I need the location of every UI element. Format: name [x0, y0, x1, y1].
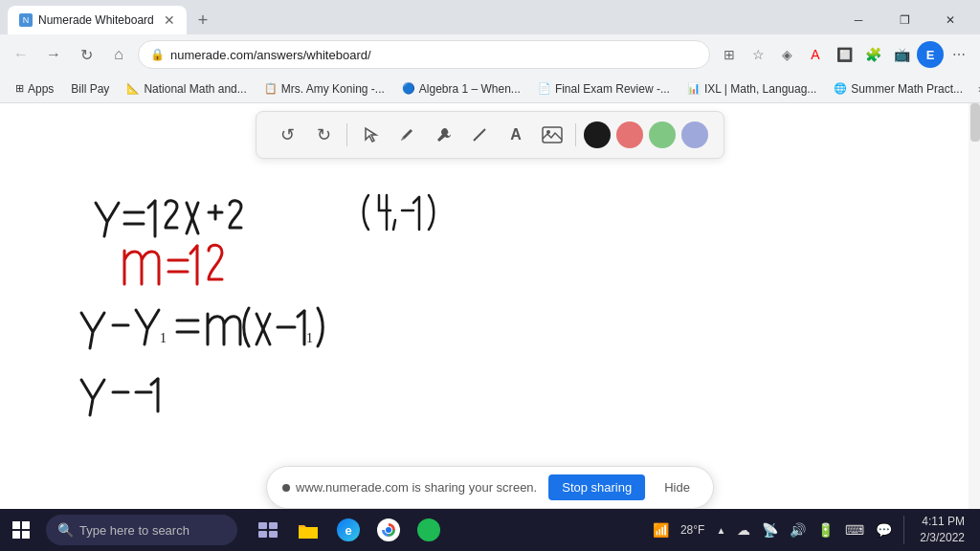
final-exam-icon: 📄	[538, 82, 551, 95]
minimize-button[interactable]: ─	[836, 6, 880, 34]
taskbar-app-chrome[interactable]	[369, 509, 408, 551]
bookmark-summer-math[interactable]: 🌐 Summer Math Pract...	[826, 80, 970, 98]
window-controls: ─ ❐ ✕	[836, 6, 972, 34]
taskbar-app-edge[interactable]: e	[329, 509, 368, 551]
svg-rect-28	[22, 521, 30, 529]
edge-icon[interactable]: ◈	[773, 41, 800, 68]
profile-button[interactable]: E	[917, 41, 944, 68]
undo-button[interactable]: ↺	[272, 120, 302, 150]
taskbar-app-task-view[interactable]	[249, 509, 287, 551]
scrollbar[interactable]	[969, 103, 980, 551]
notification-icon[interactable]: 💬	[872, 518, 896, 541]
search-placeholder: Type here to search	[79, 523, 189, 538]
cast-icon[interactable]: 📺	[888, 41, 915, 68]
color-purple[interactable]	[681, 121, 708, 148]
taskbar-search[interactable]: 🔍 Type here to search	[46, 515, 237, 545]
new-tab-button[interactable]: +	[190, 9, 216, 33]
forward-button[interactable]: →	[40, 41, 67, 68]
lock-icon: 🔒	[150, 48, 165, 61]
maximize-button[interactable]: ❐	[882, 6, 926, 34]
apps-icon: ⊞	[15, 82, 24, 95]
extension-icon[interactable]: 🔲	[831, 41, 858, 68]
taskbar-app-spotify[interactable]	[410, 509, 448, 551]
toolbar-separator-1	[346, 123, 347, 146]
svg-rect-31	[258, 522, 267, 529]
algebra-icon: 🔵	[402, 82, 415, 95]
home-button[interactable]: ⌂	[105, 41, 132, 68]
tools-button[interactable]	[428, 120, 458, 150]
bookmark-mrs-amy-label: Mrs. Amy Koning -...	[281, 82, 385, 96]
mrs-amy-icon: 📋	[264, 82, 278, 95]
volume-icon[interactable]: 🔊	[786, 518, 810, 541]
hide-button[interactable]: Hide	[657, 476, 698, 498]
network-icon[interactable]: 📶	[649, 518, 673, 541]
search-icon: 🔍	[57, 522, 74, 538]
bookmark-apps[interactable]: ⊞ Apps	[8, 80, 61, 98]
active-tab[interactable]: N Numerade Whiteboard ✕	[8, 6, 187, 34]
start-button[interactable]	[0, 509, 42, 551]
scrollbar-thumb[interactable]	[970, 103, 980, 142]
acrobat-icon[interactable]: A	[802, 41, 829, 68]
svg-rect-32	[269, 522, 278, 529]
image-tool-button[interactable]	[537, 120, 568, 150]
stop-sharing-button[interactable]: Stop sharing	[548, 474, 645, 500]
share-indicator: www.numerade.com is sharing your screen.	[282, 480, 537, 495]
bookmark-billpay-label: Bill Pay	[71, 82, 109, 96]
spotify-icon	[417, 518, 440, 541]
system-clock[interactable]: 4:11 PM 2/3/2022	[912, 510, 972, 550]
svg-rect-33	[258, 531, 267, 538]
bookmark-national-math[interactable]: 📐 National Math and...	[119, 80, 254, 98]
pen-tool-button[interactable]	[391, 120, 422, 150]
svg-rect-30	[22, 531, 30, 539]
close-window-button[interactable]: ✕	[928, 6, 972, 34]
browser-toolbar-icons: ⊞ ☆ ◈ A 🔲 🧩 📺 E ⋯	[716, 41, 972, 68]
bookmark-algebra[interactable]: 🔵 Algebra 1 – When...	[394, 80, 528, 98]
edge-icon: e	[337, 518, 360, 541]
tab-title: Numerade Whiteboard	[38, 13, 154, 27]
svg-point-37	[386, 527, 391, 533]
favorites-icon[interactable]: ☆	[745, 41, 771, 68]
taskbar-right: 📶 28°F ▲ ☁ 📡 🔊 🔋 ⌨ 💬 4:11 PM 2/3/2022	[649, 510, 980, 550]
browser-chrome: N Numerade Whiteboard ✕ + ─ ❐ ✕ ← → ↻ ⌂ …	[0, 0, 980, 103]
bookmark-final-exam[interactable]: 📄 Final Exam Review -...	[530, 80, 678, 98]
text-tool-button[interactable]: A	[501, 120, 531, 150]
select-tool-button[interactable]	[355, 120, 386, 150]
extensions-icon[interactable]: ⊞	[716, 41, 743, 68]
svg-text:1: 1	[160, 331, 167, 345]
taskbar-divider	[903, 516, 904, 544]
national-math-icon: 📐	[126, 82, 140, 95]
svg-line-0	[474, 129, 485, 141]
wifi-icon[interactable]: 📡	[758, 518, 782, 541]
whiteboard-toolbar: ↺ ↻	[256, 111, 724, 159]
bookmark-summer-math-label: Summer Math Pract...	[851, 82, 963, 96]
settings-icon[interactable]: ⋯	[946, 41, 972, 68]
toolbar-separator-2	[575, 123, 576, 146]
battery-icon: 🔋	[813, 518, 837, 541]
taskbar-app-file-explorer[interactable]	[289, 509, 327, 551]
redo-button[interactable]: ↻	[308, 120, 339, 150]
color-red[interactable]	[616, 121, 643, 148]
color-black[interactable]	[584, 121, 611, 148]
task-view-icon	[256, 518, 279, 541]
temperature-text: 28°F	[677, 519, 708, 540]
svg-rect-34	[269, 531, 278, 538]
clock-date: 2/3/2022	[920, 530, 965, 546]
puzzle-icon[interactable]: 🧩	[859, 41, 886, 68]
page-content: ↺ ↻	[0, 103, 980, 551]
up-arrow-icon: ▲	[712, 521, 729, 540]
bookmark-final-exam-label: Final Exam Review -...	[555, 82, 670, 96]
back-button[interactable]: ←	[8, 41, 34, 68]
url-bar[interactable]: 🔒 numerade.com/answers/whiteboard/	[138, 40, 710, 69]
more-bookmarks-button[interactable]: »	[972, 80, 980, 98]
bookmark-ixl[interactable]: 📊 IXL | Math, Languag...	[679, 80, 824, 98]
color-green[interactable]	[649, 121, 676, 148]
refresh-button[interactable]: ↻	[73, 41, 100, 68]
ixl-icon: 📊	[687, 82, 701, 95]
bookmark-ixl-label: IXL | Math, Languag...	[704, 82, 816, 96]
bookmark-mrs-amy[interactable]: 📋 Mrs. Amy Koning -...	[256, 80, 392, 98]
tab-bar: N Numerade Whiteboard ✕ + ─ ❐ ✕	[0, 0, 980, 34]
url-text: numerade.com/answers/whiteboard/	[170, 48, 698, 62]
line-tool-button[interactable]	[464, 120, 495, 150]
bookmark-billpay[interactable]: Bill Pay	[63, 80, 117, 98]
close-tab-button[interactable]: ✕	[164, 12, 175, 28]
